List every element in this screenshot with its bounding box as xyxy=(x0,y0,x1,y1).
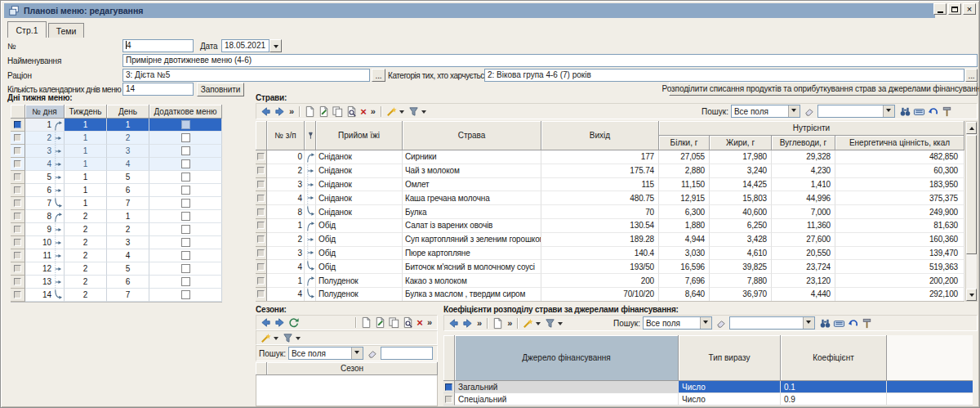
nav-forward-icon[interactable] xyxy=(274,105,286,118)
clear-search-icon[interactable] xyxy=(366,347,378,360)
row-selector[interactable] xyxy=(11,276,25,289)
extra-menu-checkbox[interactable] xyxy=(181,264,190,273)
wand-icon[interactable] xyxy=(522,317,534,330)
coef-header-coefficient[interactable]: Коефіцієнт xyxy=(781,335,887,381)
day-row[interactable]: 313 xyxy=(11,145,221,158)
number-input[interactable]: 4 xyxy=(122,39,194,52)
copy-record-icon[interactable] xyxy=(332,105,344,118)
undo-icon[interactable] xyxy=(927,105,939,118)
day-row[interactable]: 616 xyxy=(11,184,221,197)
ration-picker-button[interactable]: ... xyxy=(372,69,385,82)
keyboard-icon[interactable] xyxy=(913,105,925,118)
edit-record-icon[interactable] xyxy=(374,316,386,329)
nav-back-icon[interactable] xyxy=(260,105,272,118)
scroll-up-button[interactable] xyxy=(966,122,977,134)
dishes-header-energy[interactable]: Енергетична цінність, ккал xyxy=(835,136,964,150)
coef-row[interactable]: СпеціальнийЧисло0.9 xyxy=(443,393,973,406)
nav-forward-icon[interactable] xyxy=(274,316,286,329)
titlebar[interactable]: Планові меню: редагування xyxy=(4,3,935,18)
extra-menu-checkbox[interactable] xyxy=(181,159,190,168)
extra-menu-checkbox[interactable] xyxy=(181,290,190,299)
days-count-input[interactable]: 14 xyxy=(122,83,194,96)
dish-row[interactable]: 4ПолуденокБулка з маслом , твердим сиром… xyxy=(256,288,964,302)
maximize-button[interactable] xyxy=(948,3,961,15)
day-row[interactable]: 212 xyxy=(11,132,221,145)
dishes-header-num[interactable]: № з/п xyxy=(267,121,305,150)
nav-forward-icon[interactable] xyxy=(461,317,474,330)
dishes-header-protein[interactable]: Білки, г xyxy=(659,136,710,150)
copy-record-icon[interactable] xyxy=(388,316,400,329)
row-selector[interactable] xyxy=(256,178,267,192)
name-input[interactable]: Примірне двотижневе меню (4-6) xyxy=(122,54,978,67)
extra-menu-checkbox[interactable] xyxy=(181,120,190,129)
day-row[interactable]: 717 xyxy=(11,197,221,210)
row-selector[interactable] xyxy=(11,158,25,171)
dish-row[interactable]: 8СніданокБулка706,30040,6007,000249,900 xyxy=(256,205,964,219)
close-button[interactable]: × xyxy=(963,3,976,15)
dishes-scrollbar[interactable] xyxy=(965,121,978,302)
day-row[interactable]: 1023 xyxy=(11,236,221,249)
view-record-icon[interactable] xyxy=(402,316,414,329)
new-record-icon[interactable] xyxy=(304,105,316,118)
scroll-down-button[interactable] xyxy=(966,289,977,301)
day-row[interactable]: 111 xyxy=(11,119,221,132)
row-selector[interactable] xyxy=(256,260,267,274)
chevron-down-icon[interactable] xyxy=(421,110,426,116)
dish-row[interactable]: 3СніданокОмлет11511,15014,4251,410183,95… xyxy=(256,178,964,192)
day-row[interactable]: 515 xyxy=(11,171,221,184)
dish-row[interactable]: 2СніданокЧай з молоком175.742,8803,2404,… xyxy=(256,164,964,178)
dish-row[interactable]: 4СніданокКаша гречана молочна480.7512,91… xyxy=(256,191,964,205)
row-selector[interactable] xyxy=(11,132,25,145)
settings-icon[interactable] xyxy=(861,317,873,330)
tab-page1[interactable]: Стр.1 xyxy=(7,21,47,38)
row-selector[interactable] xyxy=(11,171,25,184)
extra-menu-checkbox[interactable] xyxy=(181,251,190,260)
dishes-header-fat[interactable]: Жири, г xyxy=(710,136,772,150)
day-row[interactable]: 1124 xyxy=(11,249,221,262)
dish-row[interactable]: 4ОбідБиточок м'ясний в молочному соусі19… xyxy=(256,260,964,274)
nav-back-icon[interactable] xyxy=(260,316,272,329)
coef-header-source[interactable]: Джерело фінансування xyxy=(455,335,679,381)
tab-themes[interactable]: Теми xyxy=(48,23,84,38)
chevron-down-icon[interactable] xyxy=(558,322,563,328)
keyboard-icon[interactable] xyxy=(833,317,845,330)
filter-icon[interactable] xyxy=(408,105,420,118)
row-selector[interactable] xyxy=(11,197,25,210)
more-icon[interactable]: » xyxy=(427,317,432,328)
nav-back-icon[interactable] xyxy=(448,317,460,330)
extra-menu-checkbox[interactable] xyxy=(181,212,190,221)
dish-row[interactable]: 1ПолуденокКакао з молоком2007,6967,88023… xyxy=(256,274,964,288)
days-header-daynum[interactable]: № дня xyxy=(25,105,65,119)
distribute-writeoff-button[interactable]: Розподілити списання продуктів та оприбу… xyxy=(669,82,978,96)
filter-icon[interactable] xyxy=(544,317,556,330)
row-selector[interactable] xyxy=(256,233,267,247)
row-selector[interactable] xyxy=(256,288,267,302)
search-input-combo[interactable] xyxy=(729,316,815,330)
row-selector[interactable] xyxy=(256,219,267,233)
dish-row[interactable]: 2ОбідСуп картопляний з зеленим горошком1… xyxy=(256,233,964,247)
row-selector[interactable] xyxy=(11,236,25,249)
extra-menu-checkbox[interactable] xyxy=(181,133,190,142)
day-row[interactable]: 922 xyxy=(11,223,221,236)
wand-icon[interactable] xyxy=(260,332,272,344)
row-selector[interactable] xyxy=(256,150,267,164)
row-selector[interactable] xyxy=(11,184,25,197)
extra-menu-checkbox[interactable] xyxy=(181,146,190,155)
date-input[interactable]: 18.05.2021 xyxy=(221,39,270,52)
minimize-button[interactable] xyxy=(933,3,947,15)
fill-button[interactable]: Заповнити xyxy=(197,83,244,96)
chevron-down-icon[interactable] xyxy=(399,110,404,116)
clear-search-icon[interactable] xyxy=(715,317,727,330)
dishes-header-dish[interactable]: Страва xyxy=(403,121,541,150)
coef-row[interactable]: ЗагальнийЧисло0.1 xyxy=(443,381,973,393)
delete-record-icon[interactable]: × xyxy=(416,317,423,328)
scrollbar-thumb[interactable] xyxy=(966,135,977,254)
new-record-icon[interactable] xyxy=(492,317,504,330)
clear-search-icon[interactable] xyxy=(803,105,815,118)
row-selector[interactable] xyxy=(11,262,25,276)
view-record-icon[interactable] xyxy=(345,105,358,118)
row-selector[interactable] xyxy=(11,210,25,223)
extra-menu-checkbox[interactable] xyxy=(181,225,190,234)
extra-menu-checkbox[interactable] xyxy=(181,238,190,247)
search-fields-combo[interactable]: Все поля xyxy=(643,316,712,330)
